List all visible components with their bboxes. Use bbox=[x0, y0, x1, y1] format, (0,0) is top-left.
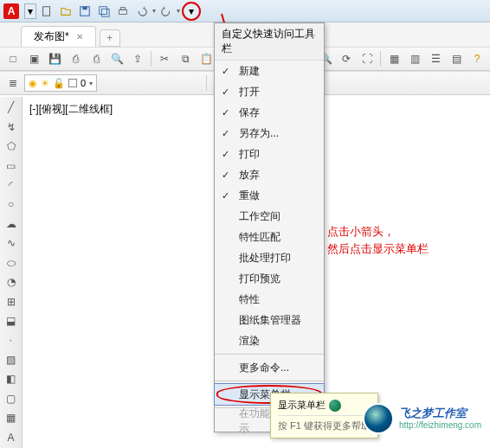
layer-name: 0 bbox=[81, 78, 86, 88]
svg-rect-5 bbox=[119, 10, 127, 14]
hatch-icon[interactable]: ▨ bbox=[2, 351, 21, 368]
saveall-icon[interactable]: ⎙ bbox=[66, 49, 85, 68]
qat-dropdown-1[interactable]: ▾ bbox=[24, 3, 36, 19]
text-icon[interactable]: A bbox=[2, 428, 21, 445]
menu-item-render[interactable]: 渲染 bbox=[215, 330, 324, 351]
table-icon[interactable]: ▦ bbox=[2, 409, 21, 426]
open-icon[interactable]: ▣ bbox=[24, 49, 43, 68]
draw-toolbar: ╱ ↯ ⬠ ▭ ◜ ○ ☁ ∿ ⬭ ◔ ⊞ ⬓ · ▨ ◧ ▢ ▦ A bbox=[0, 97, 23, 448]
qat-save-icon[interactable] bbox=[76, 3, 93, 20]
title-bar: A ▾ ▾ ▾ ▾ bbox=[0, 0, 490, 22]
line-icon[interactable]: ╱ bbox=[2, 99, 21, 116]
insert-icon[interactable]: ⬓ bbox=[2, 312, 21, 330]
tab-active[interactable]: 发布图* ✕ bbox=[21, 26, 96, 47]
point-icon[interactable]: · bbox=[2, 331, 21, 349]
svg-rect-2 bbox=[82, 6, 87, 10]
tooltip-title: 显示菜单栏 bbox=[278, 399, 326, 412]
menu-item-open[interactable]: ✓打开 bbox=[215, 81, 324, 102]
annotation-text: 点击小箭头， 然后点击显示菜单栏 bbox=[327, 223, 429, 257]
lock-icon: 🔓 bbox=[53, 78, 65, 89]
help-icon[interactable]: ? bbox=[467, 49, 487, 68]
qat-new-icon[interactable] bbox=[38, 3, 55, 20]
menu-divider bbox=[215, 381, 324, 381]
spline-icon[interactable]: ∿ bbox=[2, 234, 21, 252]
chevron-down-icon: ▾ bbox=[89, 80, 93, 87]
menu-item-batchplot[interactable]: 批处理打印 bbox=[215, 247, 324, 268]
check-icon: ✓ bbox=[222, 190, 229, 202]
menu-item-matchprop[interactable]: 特性匹配 bbox=[215, 227, 324, 247]
menu-divider bbox=[215, 354, 324, 355]
qat-undo-icon[interactable] bbox=[133, 3, 151, 20]
svg-rect-6 bbox=[120, 7, 125, 10]
tab-title: 发布图* bbox=[34, 29, 69, 44]
menu-item-print[interactable]: ✓打印 bbox=[215, 144, 324, 164]
tooltip-help: 按 F1 键获得更多帮助 bbox=[278, 415, 371, 432]
menu-item-save[interactable]: ✓保存 bbox=[215, 102, 324, 123]
print-icon[interactable]: ⎙ bbox=[87, 49, 106, 68]
qat-saveas-icon[interactable] bbox=[95, 3, 113, 20]
tab-add-button[interactable]: + bbox=[100, 29, 120, 47]
watermark-logo-icon bbox=[363, 403, 394, 434]
check-icon: ✓ bbox=[222, 86, 229, 98]
menu-item-redo[interactable]: ✓重做 bbox=[215, 185, 324, 206]
menu-item-workspace[interactable]: 工作空间 bbox=[215, 206, 324, 227]
menu-item-undo[interactable]: ✓放弃 bbox=[215, 164, 324, 185]
publish-icon[interactable]: ⇪ bbox=[128, 49, 147, 68]
region-icon[interactable]: ▢ bbox=[2, 390, 21, 407]
qat-customize-menu: 自定义快速访问工具栏 ✓新建 ✓打开 ✓保存 ✓另存为... ✓打印 ✓放弃 ✓… bbox=[214, 22, 325, 432]
block-icon[interactable]: ⊞ bbox=[2, 292, 21, 310]
qat-redo-icon[interactable] bbox=[158, 3, 175, 20]
color-swatch bbox=[68, 79, 77, 87]
menu-item-preview[interactable]: 打印预览 bbox=[215, 268, 324, 289]
copy-icon[interactable]: ⧉ bbox=[176, 49, 195, 68]
check-icon: ✓ bbox=[222, 66, 229, 77]
menu-header: 自定义快速访问工具栏 bbox=[215, 23, 324, 61]
orbit-icon[interactable]: ⟳ bbox=[337, 49, 356, 68]
qat-print-icon[interactable] bbox=[114, 3, 132, 20]
check-icon: ✓ bbox=[222, 170, 229, 181]
bulb-icon: ◉ bbox=[29, 78, 37, 89]
new-icon[interactable]: □ bbox=[3, 49, 23, 68]
viewport-label[interactable]: [-][俯视][二维线框] bbox=[29, 102, 113, 117]
watermark: 飞之梦工作室 http://feizhimeng.com bbox=[363, 403, 481, 434]
watermark-name: 飞之梦工作室 bbox=[399, 406, 481, 420]
save-icon[interactable]: 💾 bbox=[45, 49, 64, 68]
circle-icon[interactable]: ○ bbox=[2, 195, 21, 213]
arc-icon[interactable]: ◜ bbox=[2, 176, 21, 194]
sun-icon: ☀ bbox=[41, 78, 49, 89]
tab-close-icon[interactable]: ✕ bbox=[76, 32, 83, 42]
app-logo-icon: A bbox=[3, 3, 19, 19]
watermark-url: http://feizhimeng.com bbox=[399, 420, 481, 431]
rect-icon[interactable]: ▭ bbox=[2, 157, 21, 174]
zoomext-icon[interactable]: ⛶ bbox=[358, 49, 377, 68]
tool-icon[interactable]: ▥ bbox=[405, 49, 424, 68]
check-icon: ✓ bbox=[222, 149, 229, 160]
svg-rect-3 bbox=[100, 6, 107, 14]
ellipsearc-icon[interactable]: ◔ bbox=[2, 273, 21, 291]
polygon-icon[interactable]: ⬠ bbox=[2, 138, 21, 155]
cmd-icon[interactable]: ▤ bbox=[447, 49, 466, 68]
prop-icon[interactable]: ☰ bbox=[426, 49, 445, 68]
globe-icon bbox=[329, 400, 341, 412]
check-icon: ✓ bbox=[222, 107, 229, 118]
menu-item-properties[interactable]: 特性 bbox=[215, 289, 324, 310]
qat-open-icon[interactable] bbox=[57, 3, 74, 20]
sheet-icon[interactable]: ▦ bbox=[384, 49, 403, 68]
svg-rect-4 bbox=[101, 9, 109, 16]
menu-item-more[interactable]: 更多命令... bbox=[215, 357, 324, 378]
revcloud-icon[interactable]: ☁ bbox=[2, 215, 21, 233]
menu-item-sheetset[interactable]: 图纸集管理器 bbox=[215, 310, 324, 330]
polyline-icon[interactable]: ↯ bbox=[2, 118, 21, 135]
preview-icon[interactable]: 🔍 bbox=[107, 49, 126, 68]
gradient-icon[interactable]: ◧ bbox=[2, 370, 21, 387]
layer-mgr-icon[interactable]: ≣ bbox=[3, 74, 23, 93]
paste-icon[interactable]: 📋 bbox=[197, 49, 216, 68]
svg-rect-0 bbox=[43, 6, 50, 16]
menu-item-saveas[interactable]: ✓另存为... bbox=[215, 123, 324, 144]
menu-item-new[interactable]: ✓新建 bbox=[215, 61, 324, 81]
cut-icon[interactable]: ✂ bbox=[155, 49, 174, 68]
layer-combo[interactable]: ◉ ☀ 🔓 0 ▾ bbox=[24, 74, 97, 92]
plus-icon: + bbox=[106, 32, 113, 44]
ellipse-icon[interactable]: ⬭ bbox=[2, 254, 21, 272]
qat-customize-dropdown[interactable]: ▾ bbox=[182, 2, 201, 21]
